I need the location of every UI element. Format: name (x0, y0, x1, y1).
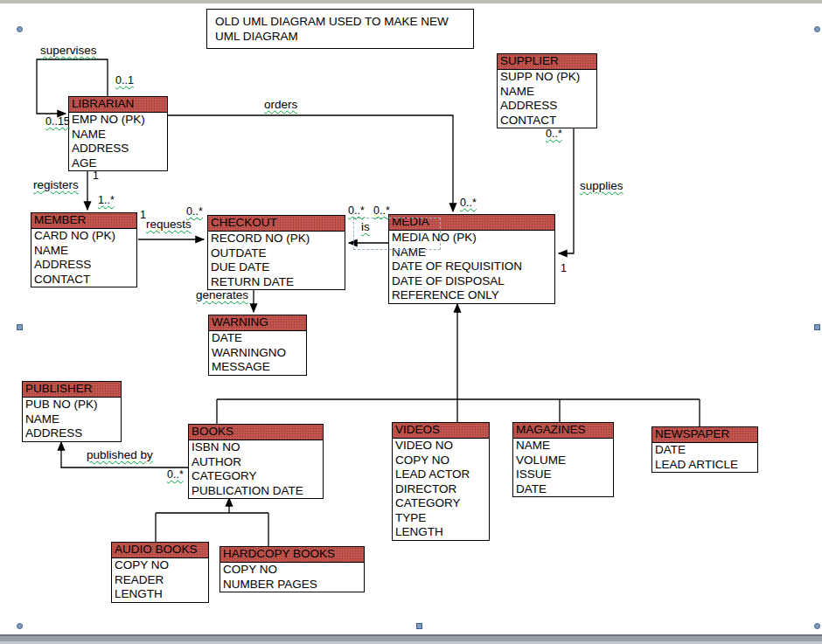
entity-member[interactable]: MEMBER CARD NO (PK)NAMEADDRESSCONTACT (31, 212, 137, 287)
entity-field: READER (112, 573, 208, 588)
entity-field: CONTACT (498, 114, 596, 128)
entity-field: RECORD NO (PK) (208, 232, 345, 246)
entity-field: ADDRESS (498, 99, 596, 114)
label-registers[interactable]: registers (33, 179, 79, 191)
entity-field: NAME (31, 244, 136, 259)
entity-publisher-title: PUBLISHER (23, 382, 121, 398)
entity-field: MESSAGE (209, 360, 306, 375)
entity-magazines-title: MAGAZINES (513, 423, 613, 439)
entity-field: AGE (69, 156, 167, 171)
label-is[interactable]: is (361, 221, 370, 233)
entity-supplier[interactable]: SUPPLIER SUPP NO (PK)NAMEADDRESSCONTACT (497, 53, 597, 128)
entity-field: WARNINGNO (209, 346, 306, 361)
entity-field: AUTHOR (189, 455, 323, 470)
label-generates[interactable]: generates (196, 289, 248, 301)
entity-newspaper-title: NEWSPAPER (652, 427, 757, 443)
entity-field: CARD NO (PK) (31, 229, 136, 244)
entity-field: PUBLICATION DATE (189, 484, 323, 499)
entity-field: OUTDATE (208, 246, 345, 261)
entity-field: DATE (513, 482, 613, 497)
title-line-2: UML DIAGRAM (215, 29, 473, 44)
entity-books-title: BOOKS (189, 425, 323, 440)
mult-supplies-0many[interactable]: 0..* (546, 128, 562, 140)
entity-supplier-title: SUPPLIER (498, 54, 596, 70)
entity-field: ADDRESS (23, 426, 121, 441)
entity-hardcopy-books-title: HARDCOPY BOOKS (220, 547, 364, 563)
entity-warning[interactable]: WARNING DATEWARNINGNOMESSAGE (208, 315, 307, 376)
entity-field: NAME (23, 412, 121, 427)
entity-newspaper[interactable]: NEWSPAPER DATELEAD ARTICLE (651, 426, 758, 473)
entity-librarian[interactable]: LIBRARIAN EMP NO (PK)NAMEADDRESSAGE (68, 96, 168, 171)
entity-field: REFERENCE ONLY (389, 288, 554, 303)
label-requests[interactable]: requests (146, 218, 192, 231)
entity-field: ISBN NO (189, 440, 323, 455)
title-line-1: OLD UML DIAGRAM USED TO MAKE NEW (215, 14, 473, 29)
mult-is-left[interactable]: 0..* (348, 205, 365, 217)
entity-audio-books-title: AUDIO BOOKS (112, 543, 208, 558)
entity-field: COPY NO (112, 558, 208, 573)
entity-field: PUB NO (PK) (23, 398, 121, 412)
entity-field: EMP NO (PK) (69, 113, 167, 128)
entity-field: NAME (69, 128, 167, 142)
entity-field: VOLUME (513, 454, 613, 468)
entity-field: TYPE (393, 511, 489, 526)
mult-requests-0many[interactable]: 0..* (186, 206, 203, 218)
label-orders[interactable]: orders (264, 99, 297, 111)
title-note[interactable]: OLD UML DIAGRAM USED TO MAKE NEW UML DIA… (206, 9, 474, 49)
entity-field: NAME (498, 85, 596, 100)
mult-supplies-1[interactable]: 1 (561, 263, 567, 274)
entity-field: ADDRESS (69, 142, 167, 156)
entity-field: DATE OF REQUISITION (389, 260, 554, 274)
entity-librarian-title: LIBRARIAN (69, 97, 167, 113)
entity-field: ADDRESS (31, 258, 136, 273)
entity-field: NUMBER PAGES (220, 578, 364, 592)
entity-field: DUE DATE (208, 260, 345, 275)
entity-field: LEAD ACTOR (393, 467, 489, 482)
entity-checkout-title: CHECKOUT (208, 216, 345, 232)
entity-checkout[interactable]: CHECKOUT RECORD NO (PK)OUTDATEDUE DATERE… (207, 215, 345, 290)
entity-field: CATEGORY (393, 496, 489, 511)
entity-warning-title: WARNING (209, 315, 306, 331)
entity-field: VIDEO NO (393, 439, 489, 454)
entity-field: DIRECTOR (393, 482, 489, 497)
entity-field: ISSUE (513, 467, 613, 482)
label-published-by[interactable]: published by (87, 449, 153, 461)
mult-supervises-01[interactable]: 0..1 (115, 75, 134, 87)
entity-field: DATE OF DISPOSAL (389, 274, 554, 289)
mult-supervises-015[interactable]: 0..15 (45, 116, 70, 128)
entity-hardcopy-books[interactable]: HARDCOPY BOOKS COPY NONUMBER PAGES (219, 546, 365, 592)
entity-member-title: MEMBER (31, 213, 136, 229)
entity-field: DATE (209, 331, 306, 346)
label-supplies[interactable]: supplies (580, 180, 623, 192)
mult-registers-1many[interactable]: 1..* (98, 195, 115, 206)
mult-requests-1[interactable]: 1 (140, 210, 146, 221)
entity-field: DATE (652, 443, 757, 458)
entity-publisher[interactable]: PUBLISHER PUB NO (PK)NAMEADDRESS (22, 381, 122, 442)
entity-audio-books[interactable]: AUDIO BOOKS COPY NOREADERLENGTH (111, 542, 209, 603)
mult-orders-0many[interactable]: 0..* (460, 197, 477, 209)
entity-field: LEAD ARTICLE (652, 458, 757, 473)
entity-videos[interactable]: VIDEOS VIDEO NOCOPY NOLEAD ACTORDIRECTOR… (392, 422, 490, 541)
entity-field: SUPP NO (PK) (498, 70, 596, 85)
entity-field: COPY NO (220, 563, 364, 578)
entity-videos-title: VIDEOS (393, 423, 489, 439)
mult-published-by-0many[interactable]: 0..* (167, 469, 184, 481)
entity-field: COPY NO (393, 454, 489, 468)
entity-field: LENGTH (393, 525, 489, 540)
connector-supplies[interactable] (559, 126, 574, 253)
entity-field: CATEGORY (189, 469, 323, 484)
entity-magazines[interactable]: MAGAZINES NAMEVOLUMEISSUEDATE (512, 422, 614, 497)
mult-is-right[interactable]: 0..* (373, 205, 390, 217)
connector-orders[interactable] (168, 115, 453, 211)
mult-registers-1[interactable]: 1 (93, 170, 99, 182)
entity-field: RETURN DATE (208, 275, 345, 290)
label-supervises[interactable]: supervises (40, 45, 97, 57)
entity-books[interactable]: BOOKS ISBN NOAUTHORCATEGORYPUBLICATION D… (188, 424, 324, 499)
entity-field: NAME (513, 439, 613, 454)
entity-field: CONTACT (31, 273, 136, 287)
entity-field: LENGTH (112, 587, 208, 602)
